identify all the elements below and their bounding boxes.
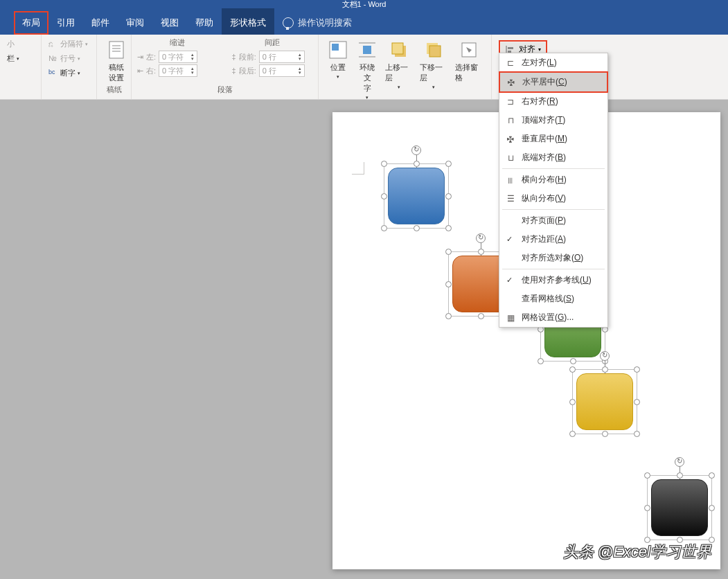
- size-button[interactable]: 小: [6, 37, 21, 51]
- spacing-before-row[interactable]: ‡段前:0 行▴▾: [232, 51, 313, 63]
- line-numbers-button[interactable]: №行号▾: [47, 52, 89, 65]
- menu-view-grid[interactable]: 查看网格线(S): [499, 290, 607, 308]
- selection-pane-button[interactable]: 选择窗格: [452, 37, 486, 84]
- align-center-h-icon: ⧾: [506, 77, 517, 88]
- menu-align-page[interactable]: 对齐页面(P): [499, 211, 607, 230]
- tab-review[interactable]: 审阅: [118, 11, 152, 35]
- indent-header: 缩进: [137, 37, 218, 49]
- manuscript-label: 稿纸 设置: [109, 62, 124, 83]
- tell-me-search[interactable]: 操作说明搜索: [274, 11, 360, 35]
- menu-align-right[interactable]: ⊐右对齐(R): [499, 92, 607, 111]
- send-backward-icon: [423, 39, 445, 61]
- indent-left-row[interactable]: ⇥左:0 字符▴▾: [137, 51, 218, 63]
- menu-align-bottom[interactable]: ⊔底端对齐(B): [499, 148, 607, 167]
- tab-mailings[interactable]: 邮件: [83, 11, 118, 35]
- wrap-text-icon: [356, 39, 378, 61]
- menu-distribute-v[interactable]: ☰纵向分布(V): [499, 189, 607, 208]
- columns-button[interactable]: 栏▾: [6, 52, 21, 65]
- group-manuscript-label: 稿纸: [103, 84, 125, 96]
- ribbon: 小 栏▾ ⎌分隔符▾ №行号▾ bc断字▾ 稿纸 设置 稿纸 缩进: [0, 35, 728, 100]
- svg-rect-5: [332, 44, 339, 51]
- align-dropdown-menu: ⊏左对齐(L) ⧾水平居中(C) ⊐右对齐(R) ⊓顶端对齐(T) ⧾垂直居中(…: [499, 53, 608, 328]
- align-right-icon: ⊐: [505, 96, 516, 107]
- hyphenation-button[interactable]: bc断字▾: [47, 66, 89, 80]
- indent-right-row[interactable]: ⇤右:0 字符▴▾: [137, 64, 218, 77]
- document-canvas: 头条 @Excel学习世界: [0, 100, 728, 579]
- chevron-down-icon: ▾: [538, 46, 541, 53]
- breaks-button[interactable]: ⎌分隔符▾: [47, 37, 89, 51]
- menu-align-center-h[interactable]: ⧾水平居中(C): [499, 71, 608, 93]
- tab-layout[interactable]: 布局: [14, 11, 48, 35]
- watermark: 头条 @Excel学习世界: [563, 542, 711, 562]
- position-icon: [327, 39, 349, 61]
- rotate-handle[interactable]: [675, 457, 684, 467]
- wrap-text-button[interactable]: 环绕文 字▾: [353, 37, 381, 102]
- tell-me-label: 操作说明搜索: [298, 17, 352, 29]
- menu-align-top[interactable]: ⊓顶端对齐(T): [499, 111, 607, 130]
- group-label: [47, 95, 91, 96]
- svg-rect-0: [109, 42, 123, 58]
- shape-yellow[interactable]: [576, 373, 633, 430]
- rotate-handle[interactable]: [476, 233, 486, 243]
- spacing-after-row[interactable]: ‡段后:0 行▴▾: [232, 64, 313, 77]
- svg-rect-10: [392, 43, 403, 54]
- bulb-icon: [283, 17, 294, 28]
- send-backward-button[interactable]: 下移一层▾: [417, 37, 450, 91]
- align-bottom-icon: ⊔: [505, 152, 516, 163]
- line-numbers-icon: №: [48, 54, 58, 64]
- group-label: [6, 95, 35, 96]
- menu-distribute-h[interactable]: ⫼横向分布(H): [499, 170, 607, 189]
- hyphenation-icon: bc: [48, 69, 58, 78]
- bring-forward-icon: [388, 39, 410, 61]
- spacing-header: 间距: [232, 37, 313, 49]
- margin-marker: [352, 162, 364, 175]
- align-left-icon: ⊏: [505, 57, 516, 69]
- tab-view[interactable]: 视图: [152, 11, 187, 35]
- distribute-h-icon: ⫼: [505, 175, 516, 186]
- menu-align-selected[interactable]: 对齐所选对象(O): [499, 249, 607, 267]
- tab-shape-format[interactable]: 形状格式: [222, 8, 274, 35]
- align-top-icon: ⊓: [505, 115, 516, 126]
- align-center-v-icon: ⧾: [505, 134, 516, 145]
- grid-icon: ▦: [505, 312, 516, 323]
- svg-rect-15: [508, 47, 513, 49]
- tab-references[interactable]: 引用: [48, 11, 83, 35]
- manuscript-icon: [105, 39, 127, 61]
- menu-align-left[interactable]: ⊏左对齐(L): [499, 53, 607, 72]
- svg-rect-12: [429, 46, 441, 57]
- ribbon-tabs: 布局 引用 邮件 审阅 视图 帮助 形状格式 操作说明搜索: [0, 8, 728, 35]
- position-button[interactable]: 位置▾: [324, 37, 352, 81]
- menu-separator: [502, 168, 605, 169]
- selection-pane-icon: [458, 39, 480, 61]
- menu-align-center-v[interactable]: ⧾垂直居中(M): [499, 130, 607, 148]
- shape-blue[interactable]: [388, 168, 445, 224]
- distribute-v-icon: ☰: [505, 193, 516, 204]
- svg-rect-6: [363, 46, 371, 54]
- breaks-icon: ⎌: [48, 39, 58, 49]
- rotate-handle[interactable]: [600, 351, 610, 361]
- menu-use-guides[interactable]: ✓使用对齐参考线(U): [499, 271, 607, 290]
- tab-help[interactable]: 帮助: [187, 11, 222, 35]
- menu-align-margin[interactable]: ✓对齐边距(A): [499, 230, 607, 249]
- manuscript-settings-button[interactable]: 稿纸 设置: [103, 37, 130, 84]
- menu-grid-settings[interactable]: ▦网格设置(G)...: [499, 308, 607, 327]
- menu-separator: [502, 269, 605, 269]
- check-icon: ✓: [506, 276, 513, 285]
- bring-forward-button[interactable]: 上移一层▾: [382, 37, 416, 91]
- menu-separator: [502, 209, 605, 210]
- check-icon: ✓: [506, 235, 513, 244]
- shape-black[interactable]: [651, 479, 708, 536]
- title-bar: 文档1 - Word: [0, 0, 728, 8]
- group-paragraph-label: 段落: [137, 84, 312, 96]
- rotate-handle[interactable]: [411, 145, 421, 155]
